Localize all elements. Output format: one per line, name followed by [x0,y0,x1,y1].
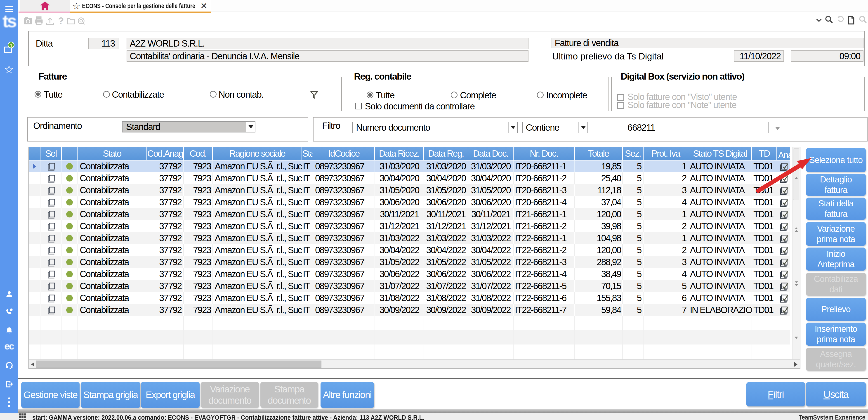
svg-text:?: ? [58,16,64,25]
